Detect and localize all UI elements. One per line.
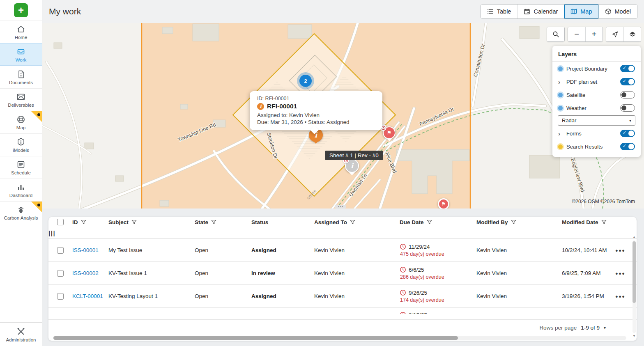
notification-corner-badge	[31, 202, 42, 212]
row-id-link[interactable]: ISS-00002	[72, 270, 99, 276]
map-tools-group	[606, 27, 641, 42]
row-actions-button[interactable]: ●●●	[615, 248, 625, 253]
filter-icon[interactable]	[427, 220, 432, 225]
sheet-tooltip: Sheet # 1 | Rev - #0	[325, 151, 383, 160]
table-row[interactable]: ISS-00001 My Test Issue Open Assigned Ke…	[48, 239, 637, 262]
row-status: Assigned	[251, 293, 314, 299]
inbox-icon	[16, 47, 26, 57]
column-header: Status	[251, 219, 268, 225]
sidebar-item-dashboard[interactable]: Dashboard	[0, 179, 42, 201]
horizontal-scrollbar-thumb[interactable]	[53, 336, 458, 340]
row-actions-button[interactable]: ●●●	[615, 294, 625, 299]
navigation-arrow-icon	[612, 31, 619, 38]
view-calendar-button[interactable]: Calendar	[517, 5, 564, 18]
sidebar-item-deliverables[interactable]: Deliverables	[0, 88, 42, 111]
view-table-button[interactable]: Table	[481, 5, 518, 18]
column-header: Subject	[108, 219, 129, 225]
table-row[interactable]: KCLT-00001 KV-Testing Layout 1 Open Assi…	[48, 285, 637, 308]
filter-icon[interactable]	[511, 220, 516, 225]
layer-toggle[interactable]: ✓	[620, 143, 635, 150]
row-modified-date: 3/19/26, 1:54 PM	[562, 293, 615, 299]
layer-row-weather: Weather	[552, 102, 641, 114]
flag-icon: ⚑	[442, 201, 446, 207]
layer-toggle[interactable]: ✓	[620, 130, 635, 137]
caret-down-icon[interactable]: ▾	[604, 325, 606, 330]
cluster-marker[interactable]: 2	[299, 75, 312, 87]
filter-icon[interactable]	[350, 220, 355, 225]
flag-circle-marker[interactable]: ⚑	[438, 198, 449, 209]
sidebar-item-label: Map	[16, 125, 25, 130]
row-state: Open	[195, 293, 251, 299]
cube-icon	[605, 8, 612, 15]
vertical-scrollbar[interactable]	[632, 241, 636, 333]
scroll-down-arrow-icon[interactable]: ▼	[632, 335, 636, 338]
sidebar-item-map[interactable]: Map	[0, 111, 42, 133]
column-manager-icon[interactable]: |||	[48, 229, 55, 236]
sidebar-item-home[interactable]: Home	[0, 21, 42, 43]
popup-title[interactable]: i RFI-00001	[257, 103, 375, 110]
locate-button[interactable]	[606, 27, 623, 41]
row-actions-button[interactable]: ●●●	[615, 271, 625, 276]
add-button[interactable]: +	[14, 3, 28, 17]
search-icon	[552, 31, 559, 38]
select-all-checkbox[interactable]	[57, 219, 64, 225]
layer-legend-dot-icon	[558, 144, 563, 149]
row-checkbox[interactable]	[57, 270, 64, 277]
sidebar: + Home Work Documents Deliverables	[0, 0, 42, 346]
sidebar-item-label: Carbon Analysis	[4, 215, 38, 220]
filter-icon[interactable]	[211, 220, 216, 225]
overdue-clock-icon	[400, 312, 406, 314]
layer-toggle[interactable]	[620, 104, 635, 112]
basemap-layers-button[interactable]	[623, 27, 641, 41]
calendar-icon	[524, 8, 530, 15]
row-due-date: 6/6/25 286 day(s) overdue	[400, 266, 476, 280]
sidebar-item-documents[interactable]: Documents	[0, 66, 42, 88]
layer-label: Forms	[566, 131, 616, 137]
filter-icon[interactable]	[601, 220, 607, 225]
layer-label: Satellite	[566, 92, 616, 98]
view-label: Calendar	[534, 8, 558, 15]
sidebar-item-carbon-analysis[interactable]: Carbon Analysis	[0, 201, 42, 224]
map-search-button[interactable]	[547, 27, 564, 41]
sidebar-item-label: Administration	[6, 337, 36, 342]
page-title: My work	[49, 7, 81, 16]
vertical-scrollbar-thumb[interactable]	[632, 241, 636, 303]
panel-resize-handle[interactable]	[335, 205, 346, 209]
row-checkbox[interactable]	[57, 247, 64, 254]
layer-label: Search Results	[566, 144, 616, 150]
layer-toggle[interactable]	[620, 91, 635, 99]
sidebar-item-work[interactable]: Work	[0, 43, 42, 66]
weather-type-select[interactable]: Radar ▾	[558, 115, 635, 126]
chevron-right-icon[interactable]: ›	[558, 79, 563, 85]
zoom-out-button[interactable]: −	[568, 27, 585, 41]
view-map-button[interactable]: Map	[564, 5, 598, 18]
table-list-icon	[487, 8, 494, 15]
row-id-link[interactable]: KCLT-00001	[72, 293, 103, 299]
work-items-table: ID Subject State Status Assigned To Due …	[48, 217, 637, 341]
layers-panel-title: Layers	[552, 46, 641, 62]
sidebar-item-administration[interactable]: Administration	[0, 322, 42, 346]
layers-icon	[629, 31, 636, 38]
info-pin-marker-inactive[interactable]: i	[345, 159, 359, 173]
layer-row-search-results: Search Results ✓	[552, 140, 641, 153]
overdue-clock-icon	[400, 243, 406, 250]
chevron-right-icon[interactable]: ›	[558, 131, 563, 137]
table-row[interactable]: ISS-00002 KV-Test Issue 1 Open In review…	[48, 262, 637, 285]
layer-label: PDF plan set	[566, 79, 616, 85]
sidebar-item-imodels[interactable]: iModels	[0, 133, 42, 156]
horizontal-scrollbar[interactable]	[53, 336, 626, 340]
column-header: ID	[72, 219, 78, 225]
scroll-up-arrow-icon[interactable]: ▲	[632, 236, 636, 239]
layer-toggle[interactable]: ✓	[620, 65, 635, 72]
sidebar-item-schedule[interactable]: Schedule	[0, 156, 42, 179]
layer-toggle[interactable]: ✓	[620, 78, 635, 85]
view-model-button[interactable]: Model	[598, 5, 637, 18]
row-checkbox[interactable]	[57, 293, 64, 300]
filter-icon[interactable]	[81, 220, 86, 225]
filter-icon[interactable]	[131, 220, 137, 225]
zoom-in-button[interactable]: +	[585, 27, 603, 41]
row-id-link[interactable]: ISS-00001	[72, 247, 99, 253]
table-row-partial[interactable]: 8/15/25	[48, 308, 637, 314]
flag-pin-marker[interactable]: ⚑	[383, 126, 396, 139]
row-assigned-to: Kevin Vivien	[314, 293, 400, 299]
